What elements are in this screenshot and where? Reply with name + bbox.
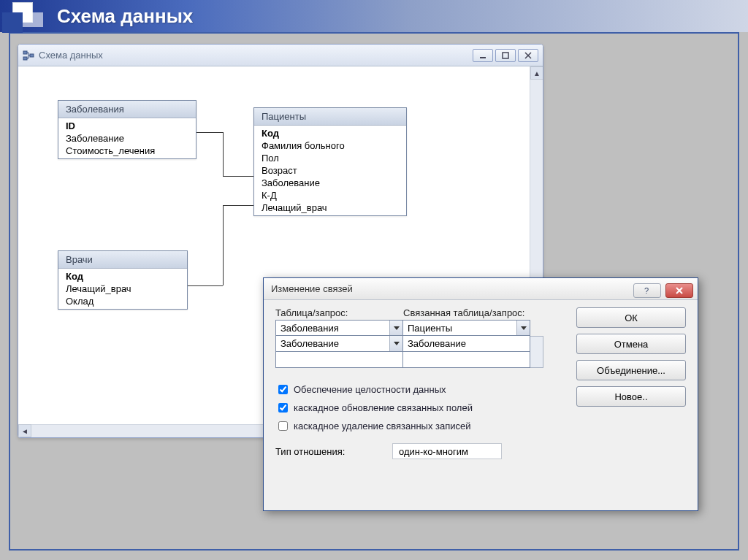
left-field-empty[interactable] — [275, 352, 403, 368]
field-row[interactable]: К-Д — [254, 189, 406, 202]
right-table-label: Связанная таблица/запрос: — [403, 307, 531, 318]
field-row[interactable]: Код — [254, 127, 406, 139]
scroll-up-icon[interactable]: ▲ — [530, 66, 543, 80]
relationships-window-title: Схема данных — [39, 50, 470, 61]
slide-title-bar: Схема данных — [0, 0, 748, 32]
relation-line — [223, 132, 224, 176]
relationship-type-label: Тип отношения: — [275, 446, 392, 457]
field-row[interactable]: Возраст — [254, 164, 406, 177]
relationships-icon — [23, 50, 34, 61]
scroll-left-icon[interactable]: ◄ — [18, 424, 31, 437]
field-row[interactable]: Лечащий_врач — [254, 202, 406, 214]
new-button[interactable]: Новое.. — [576, 386, 686, 407]
edit-relationships-dialog: Изменение связей ? Таблица/запрос: Связа… — [263, 277, 698, 511]
enforce-integrity-label: Обеспечение целостности данных — [294, 384, 446, 395]
dialog-title: Изменение связей — [271, 283, 633, 294]
table-header[interactable]: Заболевания — [58, 101, 196, 118]
join-type-button[interactable]: Объединение... — [576, 360, 686, 380]
field-row[interactable]: Стоимость_лечения — [58, 145, 196, 157]
chevron-down-icon[interactable] — [389, 321, 402, 335]
relation-line — [223, 205, 224, 285]
field-grid-scrollbar[interactable] — [530, 336, 543, 368]
svg-rect-0 — [23, 51, 27, 54]
left-field-cell[interactable]: Заболевание — [275, 336, 403, 352]
field-row[interactable]: Лечащий_врач — [58, 283, 187, 295]
dialog-close-button[interactable] — [665, 283, 693, 298]
field-row[interactable]: Пол — [254, 152, 406, 164]
relationship-type-value: один-ко-многим — [392, 443, 502, 459]
ok-button[interactable]: ОК — [576, 307, 686, 328]
field-row[interactable]: Заболевание — [254, 177, 406, 189]
relation-line — [223, 205, 253, 206]
svg-rect-4 — [503, 53, 508, 58]
left-table-value: Заболевания — [276, 323, 389, 334]
table-header[interactable]: Пациенты — [254, 108, 406, 126]
minimize-button[interactable] — [473, 49, 493, 62]
right-field-cell[interactable]: Заболевание — [402, 336, 530, 352]
right-field-value: Заболевание — [408, 338, 466, 349]
maximize-button[interactable] — [495, 49, 516, 62]
slide-title: Схема данных — [57, 5, 193, 27]
cascade-delete-checkbox[interactable] — [278, 421, 288, 431]
right-table-value: Пациенты — [403, 323, 516, 334]
dialog-titlebar[interactable]: Изменение связей ? — [264, 278, 698, 300]
relation-line — [186, 285, 223, 286]
cascade-update-label: каскадное обновление связанных полей — [294, 402, 473, 413]
relation-line — [195, 132, 223, 133]
cancel-button[interactable]: Отмена — [576, 334, 686, 354]
table-patients[interactable]: Пациенты Код Фамилия больного Пол Возрас… — [253, 107, 407, 216]
right-table-combo[interactable]: Пациенты — [402, 320, 530, 336]
svg-text:?: ? — [644, 286, 649, 295]
field-row[interactable]: ID — [58, 120, 196, 132]
field-row[interactable]: Фамилия больного — [254, 139, 406, 152]
table-header[interactable]: Врачи — [58, 251, 187, 269]
svg-rect-1 — [23, 57, 27, 60]
chevron-down-icon[interactable] — [389, 336, 402, 351]
slide-corner-decoration — [2, 2, 43, 43]
cascade-delete-check[interactable]: каскадное удаление связанных записей — [275, 419, 686, 433]
cascade-update-checkbox[interactable] — [278, 403, 288, 413]
field-row[interactable]: Оклад — [58, 295, 187, 307]
left-table-combo[interactable]: Заболевания — [275, 320, 403, 336]
chevron-down-icon[interactable] — [516, 321, 530, 335]
enforce-integrity-checkbox[interactable] — [278, 385, 288, 394]
help-button[interactable]: ? — [633, 283, 661, 298]
left-table-label: Таблица/запрос: — [275, 307, 403, 318]
table-diseases[interactable]: Заболевания ID Заболевание Стоимость_леч… — [58, 100, 196, 159]
right-field-empty[interactable] — [402, 352, 530, 368]
table-doctors[interactable]: Врачи Код Лечащий_врач Оклад — [58, 250, 188, 310]
relationships-titlebar[interactable]: Схема данных — [18, 45, 543, 66]
cascade-delete-label: каскадное удаление связанных записей — [294, 421, 471, 431]
left-field-value: Заболевание — [280, 338, 339, 349]
field-row[interactable]: Код — [58, 270, 187, 283]
field-row[interactable]: Заболевание — [58, 132, 196, 145]
svg-rect-2 — [30, 54, 34, 57]
relation-line — [223, 176, 253, 177]
close-button[interactable] — [518, 49, 538, 62]
